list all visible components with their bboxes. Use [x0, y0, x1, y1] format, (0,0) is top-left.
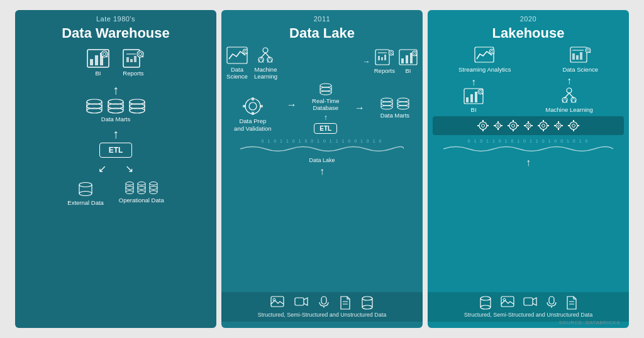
- svg-point-156: [528, 124, 530, 126]
- svg-point-173: [570, 122, 577, 129]
- source-credit: SOURCE: DATABRICKS: [558, 320, 620, 325]
- svg-rect-100: [295, 298, 304, 305]
- dl-bi-label: BI: [406, 67, 411, 74]
- ext-db-icon: [77, 181, 94, 197]
- lh-bi-label: BI: [471, 106, 477, 113]
- gear-icon-2: [493, 121, 503, 131]
- ops-db-3: [148, 181, 158, 195]
- svg-point-144: [497, 124, 499, 126]
- svg-rect-169: [558, 121, 559, 123]
- dl-arrow-up: ↑: [226, 166, 418, 177]
- svg-rect-177: [568, 125, 570, 126]
- svg-point-78: [249, 102, 257, 110]
- svg-point-30: [79, 182, 92, 187]
- lh-img-icon: [501, 296, 514, 307]
- svg-rect-153: [508, 125, 509, 126]
- svg-point-42: [138, 190, 145, 194]
- gear-icon-3: [507, 119, 519, 132]
- dl-reports-icon: [375, 49, 394, 65]
- lh-binary-text: 0 1 0 1 1 0 1 0 1 0 1 1 0 1 0 0 1 0 1 0: [433, 138, 624, 144]
- ml-tree-icon: [255, 46, 276, 64]
- svg-point-87: [320, 87, 331, 91]
- svg-rect-98: [271, 297, 284, 307]
- svg-line-6: [106, 56, 108, 57]
- svg-rect-166: [547, 125, 549, 126]
- panel-lakehouse: 2020 Lakehouse Streaming Analytics: [428, 10, 629, 328]
- gear-icon-6: [553, 121, 564, 131]
- svg-rect-10: [130, 59, 133, 62]
- lh-ml-arrow: ↑: [567, 75, 572, 87]
- dl-data-science-item: DataScience: [226, 46, 248, 80]
- svg-point-149: [509, 122, 517, 129]
- dl-binary-text: 0 1 0 1 1 0 1 0 0 1 0 1 1 1 0 0 1 0 1 0: [226, 138, 418, 144]
- lh-ds-icon: [570, 46, 591, 64]
- era-label-dl: 2011: [221, 10, 423, 25]
- dw-datamarts-label: Data Marts: [101, 116, 130, 123]
- svg-rect-183: [501, 297, 514, 307]
- gear-icon-4: [523, 121, 533, 131]
- dl-dataprep-item: Data Prepand Validation: [234, 97, 272, 132]
- svg-rect-160: [531, 125, 533, 126]
- dl-rtdb-label: Real-TimeDatabase: [312, 97, 339, 112]
- dw-bottom-arrows: ↙ ↘: [98, 163, 133, 175]
- svg-rect-148: [501, 125, 502, 126]
- svg-rect-1: [90, 59, 93, 65]
- svg-rect-122: [466, 97, 469, 102]
- svg-point-155: [526, 123, 531, 128]
- streaming-icon: [474, 46, 496, 64]
- svg-point-179: [480, 297, 491, 300]
- title-dl: Data Lake: [221, 25, 423, 41]
- svg-point-44: [150, 182, 157, 185]
- svg-rect-159: [524, 125, 526, 126]
- svg-rect-116: [576, 55, 579, 60]
- svg-rect-185: [524, 298, 533, 305]
- dl-src-db-icon: [361, 296, 374, 310]
- title-lh: Lakehouse: [428, 25, 629, 41]
- svg-rect-172: [561, 125, 563, 126]
- title-dw: Data Warehouse: [15, 25, 216, 41]
- svg-point-39: [138, 182, 145, 185]
- dw-external-label: External Data: [67, 199, 104, 206]
- svg-rect-139: [482, 120, 484, 122]
- svg-point-48: [150, 186, 157, 189]
- svg-point-182: [480, 305, 491, 309]
- svg-rect-147: [494, 125, 496, 126]
- svg-rect-9: [126, 57, 129, 62]
- dl-rtdb-arrow: ↑: [324, 113, 328, 122]
- dl-ml-item: MachineLearning: [254, 46, 277, 80]
- dl-dm-icon-1: [380, 97, 394, 110]
- db-icon-1: [86, 99, 103, 114]
- svg-point-168: [558, 124, 560, 126]
- gear-icon-7: [567, 119, 580, 132]
- rtdb-icon-1: [319, 83, 333, 95]
- svg-rect-145: [497, 121, 499, 123]
- svg-rect-152: [513, 129, 514, 131]
- dl-reports-item: Reports: [374, 49, 395, 74]
- svg-point-38: [126, 186, 133, 189]
- dl-datamarts-label: Data Marts: [380, 112, 409, 119]
- dl-bottom-section: Structured, Semi-Structured and Unstruct…: [221, 292, 423, 322]
- svg-rect-7: [123, 50, 140, 67]
- svg-point-138: [482, 124, 485, 127]
- db-icon-3: [128, 99, 146, 114]
- svg-point-88: [381, 98, 392, 102]
- svg-rect-178: [577, 125, 579, 126]
- svg-point-105: [362, 297, 372, 300]
- era-label-dw: Late 1980's: [15, 10, 216, 25]
- svg-point-91: [381, 106, 392, 109]
- dl-wave-section: 0 1 0 1 1 0 1 0 0 1 0 1 1 1 0 0 1 0 1 0 …: [226, 138, 418, 163]
- audio-icon: [318, 296, 330, 308]
- lh-datascience-item: Data Science: [562, 46, 598, 73]
- svg-point-174: [572, 124, 575, 127]
- dl-rtdb-etl: Real-TimeDatabase ↑ ETL: [312, 83, 339, 134]
- svg-point-128: [567, 88, 572, 93]
- lh-db-icon: [479, 296, 492, 310]
- svg-point-47: [150, 190, 157, 194]
- svg-point-83: [320, 84, 331, 87]
- lh-wave-section: 0 1 0 1 1 0 1 0 1 0 1 1 0 1 0 0 1 0 1 0: [433, 138, 624, 156]
- doc-icon: [340, 296, 351, 310]
- lh-bi-icon: [464, 88, 484, 104]
- svg-point-93: [397, 98, 409, 102]
- data-science-icon: [226, 46, 248, 64]
- dl-arrow-right-2: →: [355, 102, 365, 114]
